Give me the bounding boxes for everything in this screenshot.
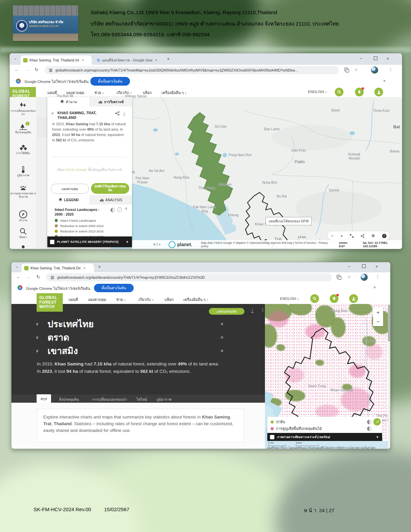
tab-close-icon[interactable]: × <box>82 58 84 62</box>
minimize-button[interactable]: − <box>348 264 351 269</box>
sidebar-item-explore[interactable]: สำรวจ <box>10 210 37 222</box>
basemap-checkbox[interactable] <box>270 435 274 439</box>
opacity-icon[interactable] <box>367 427 371 431</box>
profile-avatar[interactable] <box>361 274 368 281</box>
basemap-bar[interactable]: ภาพถ่ายดาวเทียมดาวเคราะห์ (เขตร้อน) ∨ <box>267 433 382 441</box>
close-window-button[interactable]: × <box>375 264 378 269</box>
scrollbar-thumb[interactable] <box>388 305 390 342</box>
settings-gear-icon[interactable]: ⚙ <box>371 233 375 238</box>
nav-tools[interactable]: เครื่องมืออื่น ๆ ∨ <box>162 90 187 96</box>
site-settings-icon[interactable] <box>50 275 54 279</box>
close-window-button[interactable]: × <box>386 56 389 61</box>
set-default-button[interactable]: ตั้งเป็นค่าเริ่มต้น <box>94 284 134 292</box>
language-selector[interactable]: ENGLISH ∨ <box>280 297 299 301</box>
bookmark-star-icon[interactable]: ☆ <box>347 274 351 279</box>
nav-about[interactable]: เกี่ยวกับ ∨ <box>138 297 154 303</box>
tab-climate[interactable]: ภูมิอากาศ <box>156 397 172 402</box>
forward-icon[interactable]: → <box>25 67 29 72</box>
tab-close-icon[interactable]: × <box>83 266 85 270</box>
search-button[interactable] <box>310 294 319 303</box>
notifications-button[interactable] <box>355 88 364 96</box>
selector-country[interactable]: ∨ ประเทศไทย ✕ <box>36 317 224 331</box>
reload-icon[interactable]: ↻ <box>36 274 40 279</box>
zoom-out-icon[interactable]: − <box>331 233 333 238</box>
language-selector[interactable]: ENGLISH ∨ <box>308 90 327 94</box>
zoom-in-icon[interactable]: + <box>340 233 343 238</box>
zoom-out-icon[interactable]: − <box>377 319 380 324</box>
tab-search-chevron-icon[interactable]: ⌄ <box>14 56 17 60</box>
sidebar-item-forest-change[interactable]: การเปลี่ยนแปลงของป่า <box>10 102 37 116</box>
tab-analysis-th[interactable]: การวิเคราะห์ <box>90 97 132 106</box>
browser-menu-kebab-icon[interactable]: ⋮ <box>389 67 393 72</box>
zoom-in-icon[interactable]: + <box>377 309 380 315</box>
address-bar[interactable]: globalforestwatch.org/map/country/THA/71… <box>45 66 339 74</box>
scrollbar[interactable] <box>388 304 390 449</box>
tab-fires[interactable]: ไฟไหม้ <box>136 397 147 402</box>
sidebar-item-land-cover[interactable]: 1 สิ่งปกคลุมดิน <box>10 123 37 134</box>
minimize-button[interactable]: − <box>360 56 362 61</box>
browser-menu-kebab-icon[interactable]: ⋮ <box>375 274 380 279</box>
tab-close-icon[interactable]: × <box>155 58 157 62</box>
download-icon[interactable]: ↓ <box>251 307 254 313</box>
my-gfw-button[interactable] <box>374 88 383 96</box>
my-gfw-button[interactable] <box>349 294 358 303</box>
maximize-button[interactable] <box>362 264 366 269</box>
browser-tab-google[interactable]: G แผนที่จังหวัดตราด - Google Searc × <box>94 55 163 65</box>
browser-tab-gfw-dashboard[interactable]: Khao Saming, Trat, Thailand De × <box>21 264 94 272</box>
map-attribution[interactable]: แผนที่โดยการ์โต © โอเพนสตรีทแมป ปรับปรุง… <box>267 446 375 449</box>
selector-province[interactable]: ∨ ตราด ✕ <box>36 330 224 345</box>
set-default-button[interactable]: ตั้งเป็นค่าเริ่มต้น <box>90 77 130 86</box>
reload-icon[interactable]: ↻ <box>35 67 39 72</box>
opacity-icon[interactable] <box>367 420 371 424</box>
clear-selection-icon[interactable]: ✕ <box>220 322 224 326</box>
selector-district[interactable]: ∨ เขาสมิง ✕ <box>36 344 224 358</box>
forward-icon[interactable]: → <box>26 274 31 279</box>
nav-help[interactable]: ช่วย ∨ <box>94 90 104 96</box>
address-bar[interactable]: globalforestwatch.org/dashboards/country… <box>46 273 332 281</box>
infobar-close-icon[interactable]: × <box>383 78 386 83</box>
sidebar-item-climate[interactable]: ภูมิอากาศ <box>10 166 37 177</box>
fullscreen-icon[interactable] <box>350 234 354 238</box>
dashboard-pill-button[interactable]: แผงควบคุม <box>51 184 89 194</box>
tab-search-chevron-icon[interactable]: ⌄ <box>15 264 18 269</box>
gfw-logo[interactable]: GLOBAL FOREST WATCH <box>37 293 63 312</box>
share-icon[interactable] <box>115 111 120 116</box>
browser-tab-gfw[interactable]: Khao Saming, Trat, Thailand Int × <box>20 55 92 65</box>
nav-dashboards[interactable]: แผงควบคุม <box>88 297 106 303</box>
nav-map[interactable]: แผนที่ <box>68 297 78 303</box>
tab-legend-th[interactable]: ตำนาน <box>47 97 90 106</box>
panel-menu-kebab-icon[interactable]: ⋮ <box>261 307 265 312</box>
translate-icon[interactable] <box>336 275 341 280</box>
tab-forest-change[interactable]: การเปลี่ยนแปลงของป่า <box>92 397 127 402</box>
translate-icon[interactable] <box>344 68 349 73</box>
back-icon[interactable]: ← <box>14 67 19 72</box>
new-tab-button[interactable]: + <box>167 56 170 61</box>
nav-help[interactable]: ช่วย ∨ <box>116 297 126 303</box>
remove-layer-icon[interactable]: ✕ <box>125 207 128 211</box>
back-chevron-icon[interactable]: < <box>51 111 54 116</box>
sidebar-item-biodiversity[interactable]: ความหลากหลายทางชีวภาพ <box>10 186 37 198</box>
open-map-button[interactable]: ↗ <box>373 418 381 426</box>
tab-summary[interactable]: สรุป <box>37 394 51 403</box>
help-icon[interactable]: ? <box>382 234 386 238</box>
sidebar-item-search[interactable]: ค้นหา <box>10 227 37 239</box>
maximize-button[interactable] <box>374 56 377 61</box>
notifications-button[interactable] <box>330 294 338 303</box>
tab-legend-en[interactable]: LEGEND <box>47 195 90 205</box>
bookmark-star-icon[interactable]: ☆ <box>354 67 358 72</box>
tab-land-cover[interactable]: สิ่งปกคลุมดิน <box>59 397 79 402</box>
chevron-down-icon[interactable]: ∨ <box>126 240 129 243</box>
opacity-icon[interactable] <box>110 208 115 212</box>
share-icon[interactable] <box>361 234 364 238</box>
download-icon[interactable]: ↓ <box>123 110 125 115</box>
tab-analysis-en[interactable]: ANALYSIS <box>90 195 132 205</box>
sidebar-item-login[interactable]: เข้าสู่ระบบ <box>10 244 37 249</box>
basemap-checkbox[interactable] <box>50 240 54 244</box>
nav-tools[interactable]: เครื่องมืออื่น ๆ ∨ <box>183 297 209 303</box>
chevron-down-icon[interactable]: ∨ <box>376 435 379 439</box>
basemap-bar[interactable]: PLANET SATELLITE IMAGERY (TROPICS) ∨ <box>47 236 132 247</box>
profile-avatar[interactable] <box>371 66 378 74</box>
infobar-close-icon[interactable]: × <box>373 285 376 290</box>
clear-selection-icon[interactable]: ✕ <box>220 335 224 340</box>
save-to-my-gfw-button[interactable]: บันทึกไว้ในแฟ้มสาวของฉัน <box>91 183 129 194</box>
